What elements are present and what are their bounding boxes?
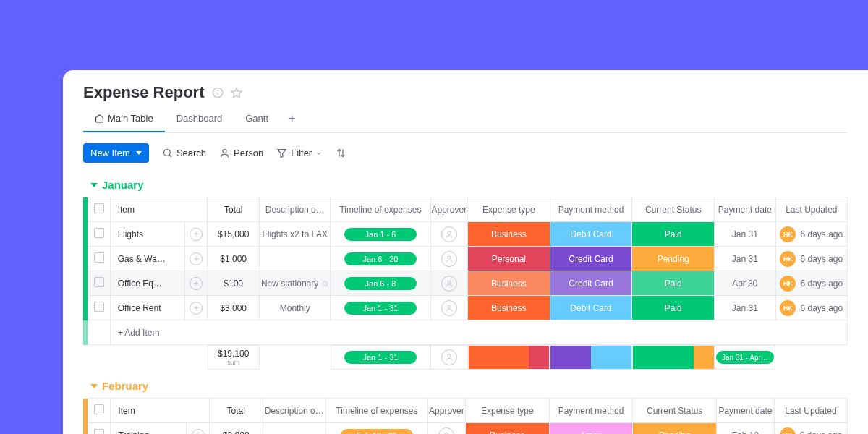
status-cell[interactable]: Pending (633, 423, 717, 435)
col-header[interactable]: Current Status (633, 399, 717, 423)
col-header[interactable]: Total (210, 399, 263, 423)
col-header[interactable]: Item (111, 399, 210, 423)
payment-cell[interactable]: Debit Card (550, 296, 632, 320)
checkbox[interactable] (94, 277, 104, 287)
add-item[interactable]: + Add Item (110, 320, 847, 345)
tab-gantt[interactable]: Gantt (234, 108, 280, 132)
checkbox[interactable] (94, 429, 104, 434)
status-cell[interactable]: Paid (632, 271, 715, 296)
type-cell[interactable]: Business (468, 222, 550, 247)
checkbox[interactable] (94, 228, 104, 238)
desc-cell[interactable] (260, 247, 331, 271)
col-header[interactable]: Approver (430, 197, 467, 222)
col-header[interactable]: Expense type (466, 399, 550, 423)
type-cell[interactable]: Business (466, 423, 550, 435)
col-header[interactable]: Payment method (549, 399, 633, 423)
col-header[interactable]: Description o… (263, 399, 326, 423)
table-row[interactable]: Flights+$15,000Flights x2 to LAXJan 1 - … (83, 222, 848, 247)
updated-cell[interactable]: HK6 days ago (775, 296, 847, 320)
total-cell[interactable]: $100 (208, 271, 260, 296)
paydate-cell[interactable]: Apr 30 (715, 271, 776, 296)
total-cell[interactable]: $1,000 (208, 247, 260, 271)
col-header[interactable]: Timeline of expenses (331, 197, 430, 222)
total-cell[interactable]: $3,000 (210, 423, 263, 435)
conversation-icon[interactable]: + (190, 228, 203, 241)
table-row[interactable]: Office Rent+$3,000MonthlyJan 1 - 31Busin… (83, 296, 848, 320)
approver-cell[interactable] (430, 271, 467, 296)
group-header[interactable]: January (83, 176, 848, 197)
timeline-cell[interactable]: Jan 6 - 20 (331, 247, 430, 271)
paydate-cell[interactable]: Jan 31 (715, 247, 776, 271)
group-header[interactable]: February (83, 377, 848, 398)
col-header[interactable]: Payment date (717, 399, 775, 423)
col-header[interactable]: Payment method (550, 197, 632, 222)
updated-cell[interactable]: HK6 days ago (775, 222, 847, 247)
desc-cell[interactable] (263, 423, 326, 435)
checkbox[interactable] (94, 203, 104, 213)
payment-cell[interactable]: Credit Card (550, 271, 632, 296)
approver-cell[interactable] (427, 423, 465, 435)
info-icon[interactable] (212, 87, 224, 98)
type-cell[interactable]: Business (468, 271, 550, 296)
status-cell[interactable]: Paid (632, 296, 715, 320)
updated-cell[interactable]: HK6 days ago (775, 271, 847, 296)
desc-cell[interactable]: New stationary (260, 271, 331, 296)
item-name[interactable]: Flights (110, 222, 184, 247)
paydate-cell[interactable]: Feb 12 (717, 423, 775, 435)
payment-cell[interactable]: Amex (549, 423, 633, 435)
approver-cell[interactable] (430, 222, 467, 247)
approver-cell[interactable] (430, 296, 467, 320)
total-cell[interactable]: $3,000 (208, 296, 260, 320)
col-header[interactable]: Last Updated (774, 399, 847, 423)
item-name[interactable]: Gas & Wa… (110, 247, 184, 271)
checkbox[interactable] (94, 404, 104, 414)
total-cell[interactable]: $15,000 (208, 222, 260, 247)
conversation-icon[interactable]: + (190, 302, 203, 315)
tab-main-table[interactable]: Main Table (83, 108, 165, 132)
conversation-icon[interactable]: + (190, 252, 203, 265)
paydate-cell[interactable]: Jan 31 (715, 296, 776, 320)
item-name[interactable]: Office Rent (110, 296, 184, 320)
approver-cell[interactable] (430, 247, 467, 271)
updated-cell[interactable]: HK6 days ago (775, 247, 847, 271)
timeline-cell[interactable]: Jan 1 - 6 (331, 222, 430, 247)
type-cell[interactable]: Personal (468, 247, 550, 271)
filter-button[interactable]: Filter (276, 148, 323, 158)
checkbox[interactable] (94, 302, 104, 312)
tab-dashboard[interactable]: Dashboard (165, 108, 234, 132)
new-item-button[interactable]: New Item (83, 143, 149, 163)
checkbox[interactable] (94, 252, 104, 263)
type-cell[interactable]: Business (468, 296, 550, 320)
col-header[interactable]: Payment date (715, 197, 776, 222)
desc-cell[interactable]: Flights x2 to LAX (260, 222, 331, 247)
timeline-cell[interactable]: Feb 18 - 26 (326, 423, 427, 435)
timeline-cell[interactable]: Jan 1 - 31 (331, 296, 430, 320)
table-row[interactable]: Gas & Wa…+$1,000Jan 6 - 20PersonalCredit… (83, 247, 848, 271)
status-cell[interactable]: Pending (632, 247, 715, 271)
table-row[interactable]: •••Office Eq…+$100New stationary Jan 6 -… (83, 271, 848, 296)
sort-button[interactable] (336, 148, 346, 158)
item-name[interactable]: Training … (111, 423, 187, 435)
payment-cell[interactable]: Credit Card (550, 247, 632, 271)
timeline-cell[interactable]: Jan 6 - 8 (331, 271, 430, 296)
col-header[interactable]: Item (110, 197, 207, 222)
conversation-icon[interactable]: + (190, 277, 203, 290)
col-header[interactable]: Timeline of expenses (326, 399, 427, 423)
col-header[interactable]: Last Updated (775, 197, 847, 222)
col-header[interactable]: Description o… (260, 197, 331, 222)
paydate-cell[interactable]: Jan 31 (715, 222, 776, 247)
star-icon[interactable] (231, 87, 242, 98)
col-header[interactable]: Approver (427, 399, 465, 423)
col-header[interactable]: Current Status (632, 197, 715, 222)
conversation-icon[interactable]: + (192, 429, 205, 435)
desc-cell[interactable]: Monthly (260, 296, 331, 320)
payment-cell[interactable]: Debit Card (550, 222, 632, 247)
search-button[interactable]: Search (162, 148, 206, 158)
tab-add[interactable]: + (280, 108, 304, 132)
status-cell[interactable]: Paid (632, 222, 715, 247)
col-header[interactable]: Total (208, 197, 260, 222)
col-header[interactable]: Expense type (468, 197, 550, 222)
item-name[interactable]: Office Eq… (110, 271, 184, 296)
updated-cell[interactable]: HK6 days ago (774, 423, 847, 435)
table-row[interactable]: Training …+$3,000Feb 18 - 26BusinessAmex… (83, 423, 848, 435)
